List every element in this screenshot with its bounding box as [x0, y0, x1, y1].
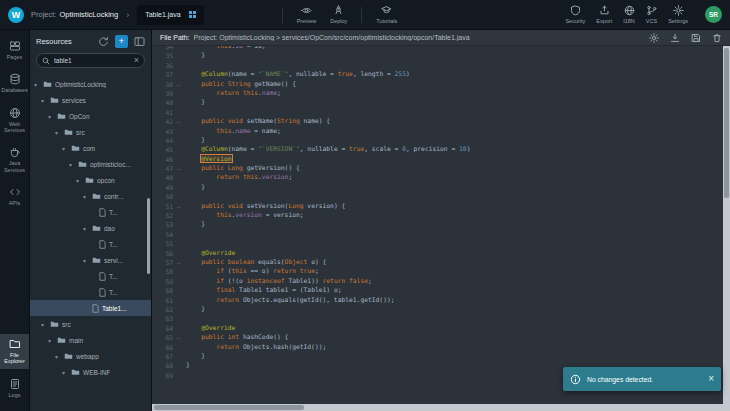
- gutter-row: 68: [152, 361, 184, 370]
- fold-spacer: [173, 89, 184, 98]
- tree-item[interactable]: T...: [30, 284, 151, 300]
- code-editor[interactable]: 3435363738–39404142–4344454647–48495051–…: [152, 46, 723, 404]
- line-number: 36: [152, 61, 173, 70]
- gutter-row: 45: [152, 145, 184, 154]
- settings-button[interactable]: Settings: [668, 5, 688, 24]
- tree-item[interactable]: main: [30, 332, 151, 348]
- file-icon: [92, 304, 99, 313]
- code-line: this.name = name;: [186, 127, 723, 136]
- tree-item[interactable]: T...: [30, 268, 151, 284]
- grid-icon[interactable]: [189, 11, 196, 18]
- delete-icon[interactable]: [712, 33, 722, 43]
- download-icon[interactable]: [670, 33, 680, 43]
- nav-logs[interactable]: Logs: [0, 374, 29, 402]
- fold-icon[interactable]: –: [173, 80, 184, 89]
- tree-item[interactable]: WEB-INF: [30, 364, 151, 380]
- tree-item[interactable]: T...: [30, 236, 151, 252]
- save-icon[interactable]: [691, 33, 701, 43]
- horizontal-scrollbar[interactable]: [152, 404, 723, 411]
- caret-down-icon[interactable]: [62, 369, 68, 376]
- code-line: }: [186, 352, 723, 361]
- add-resource-button[interactable]: [115, 35, 128, 48]
- gutter-row: 56: [152, 249, 184, 258]
- sidebar-scrollbar[interactable]: [147, 198, 150, 274]
- tree-item[interactable]: webapp: [30, 348, 151, 364]
- nav-pages[interactable]: Pages: [0, 36, 29, 64]
- tree-item[interactable]: Table1...: [30, 300, 151, 316]
- clear-search-icon[interactable]: [134, 56, 139, 65]
- caret-down-icon[interactable]: [41, 321, 47, 328]
- tree-item[interactable]: OpCon: [30, 108, 151, 124]
- export-button[interactable]: Export: [596, 5, 612, 24]
- line-number: 52: [152, 211, 173, 220]
- tree-item[interactable]: OptimisticLocking: [30, 76, 151, 92]
- fold-icon[interactable]: –: [173, 333, 184, 342]
- close-icon[interactable]: [708, 374, 714, 384]
- caret-down-icon[interactable]: [76, 177, 82, 184]
- caret-down-icon[interactable]: [34, 81, 40, 88]
- caret-down-icon[interactable]: [62, 145, 68, 152]
- vertical-scrollbar[interactable]: [723, 46, 730, 404]
- tree-item[interactable]: services: [30, 92, 151, 108]
- tree-item-label: WEB-INF: [83, 369, 110, 376]
- caret-down-icon[interactable]: [83, 225, 89, 232]
- nav-file-explorer[interactable]: File Explorer: [0, 334, 29, 369]
- scrollbar-thumb[interactable]: [154, 405, 304, 410]
- collapse-panel-icon[interactable]: [134, 36, 145, 47]
- nav-label: Java Services: [1, 160, 28, 173]
- fold-icon[interactable]: –: [173, 202, 184, 211]
- app-logo[interactable]: [8, 7, 24, 23]
- nav-label: APIs: [9, 200, 21, 206]
- fold-icon[interactable]: –: [173, 117, 184, 126]
- user-avatar[interactable]: SR: [705, 6, 722, 23]
- deploy-button[interactable]: Deploy: [330, 5, 347, 24]
- line-number: 40: [152, 98, 173, 107]
- caret-down-icon[interactable]: [48, 113, 54, 120]
- tree-item[interactable]: T...: [30, 204, 151, 220]
- tree-item[interactable]: optimisticloc...: [30, 156, 151, 172]
- caret-down-icon[interactable]: [69, 161, 75, 168]
- tree-item[interactable]: src: [30, 316, 151, 332]
- gutter-row: 60: [152, 286, 184, 295]
- scrollbar-thumb[interactable]: [724, 48, 729, 198]
- security-button[interactable]: Security: [565, 5, 585, 24]
- nav-apis[interactable]: APIs: [0, 182, 29, 210]
- caret-down-icon[interactable]: [55, 129, 61, 136]
- caret-down-icon[interactable]: [48, 337, 54, 344]
- code-line: [186, 239, 723, 248]
- nav-databases[interactable]: Databases: [0, 69, 29, 97]
- logs-icon: [9, 378, 21, 390]
- caret-down-icon[interactable]: [83, 257, 89, 264]
- nav-java-services[interactable]: Java Services: [0, 142, 29, 177]
- file-settings-icon[interactable]: [649, 33, 659, 43]
- toast-notification: No changes detected.: [563, 367, 721, 391]
- code-lines: this.id = id; } @Column(name = "`NAME`",…: [186, 46, 723, 380]
- tree-item[interactable]: contr...: [30, 188, 151, 204]
- caret-down-icon[interactable]: [83, 193, 89, 200]
- fold-icon[interactable]: –: [173, 258, 184, 267]
- fold-spacer: [173, 220, 184, 229]
- file-tab[interactable]: Table1.java: [137, 5, 203, 25]
- nav-web-services[interactable]: Web Services: [0, 103, 29, 138]
- search-input[interactable]: [54, 57, 130, 64]
- line-number: 56: [152, 249, 173, 258]
- fold-spacer: [173, 352, 184, 361]
- tree-item[interactable]: opcon: [30, 172, 151, 188]
- line-number: 67: [152, 352, 173, 361]
- tree-item[interactable]: com: [30, 140, 151, 156]
- left-nav-rail: Pages Databases Web Services Java Servic…: [0, 30, 30, 411]
- tutorials-button[interactable]: Tutorials: [376, 5, 397, 24]
- caret-down-icon[interactable]: [41, 97, 47, 104]
- refresh-icon[interactable]: [98, 36, 109, 47]
- scrollbar-corner: [723, 404, 730, 411]
- code-line: @Version: [186, 155, 723, 164]
- fold-icon[interactable]: –: [173, 164, 184, 173]
- tree-item[interactable]: src: [30, 124, 151, 140]
- vcs-button[interactable]: VCS: [646, 5, 657, 24]
- divider: [282, 7, 283, 23]
- preview-button[interactable]: Preview: [297, 5, 317, 24]
- tree-item[interactable]: dao: [30, 220, 151, 236]
- caret-down-icon[interactable]: [55, 353, 61, 360]
- i18n-button[interactable]: I18N: [623, 5, 635, 24]
- tree-item[interactable]: servi...: [30, 252, 151, 268]
